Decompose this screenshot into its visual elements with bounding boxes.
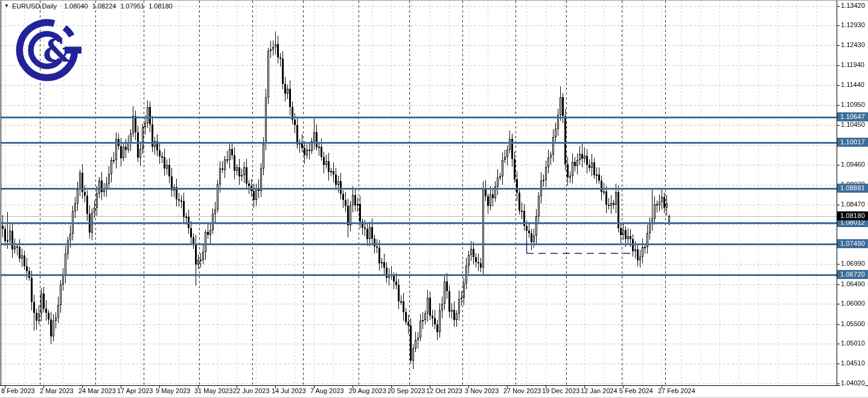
y-axis-tick-label: 1.08470 [840,201,865,208]
chart-marker-triangle-icon: ▼ [4,3,9,8]
y-axis-tick-label: 1.05010 [840,339,865,347]
y-axis-tick-label: 1.09460 [840,161,865,168]
x-axis-date-label: 14 Jul 2023 [272,387,306,394]
y-axis-tick-label: 1.11940 [840,61,864,68]
x-axis-date-label: 5 Feb 2024 [619,387,653,394]
current-price-badge: 1.08180 [837,211,868,220]
x-axis-date-label: 17 Apr 2023 [117,387,153,394]
x-axis-date-label: 3 Nov 2023 [465,387,499,394]
x-axis-date-label: 12 Jan 2024 [581,387,617,394]
quote-header: ▼ EURUSD,Daily 1.08040 1.08224 1.07951 1… [4,2,177,10]
y-axis-tick-label: 1.06490 [840,280,865,287]
broker-logo: & [12,17,82,86]
x-axis-date-label: 22 Jun 2023 [233,387,270,394]
y-axis-tick-label: 1.12930 [840,21,865,28]
x-axis-date-label: 2 Mar 2023 [40,387,74,394]
logo-ampersand: & [43,32,71,69]
x-axis-date-label: 20 Sep 2023 [388,387,425,394]
x-axis-date-label: 19 Dec 2023 [542,387,579,394]
level-price-badge: 1.08881 [837,184,868,193]
price-chart-canvas[interactable] [0,1,868,398]
y-axis-tick-label: 1.04510 [840,359,865,367]
y-axis-tick-label: 1.12430 [840,41,865,48]
x-axis-date-label: 27 Feb 2024 [658,387,695,394]
level-price-badge: 1.06720 [837,270,868,279]
chart-window: ▼ EURUSD,Daily 1.08040 1.08224 1.07951 1… [0,0,868,398]
level-price-badge: 1.10017 [837,138,868,147]
x-axis-date-label: 12 Oct 2023 [426,387,462,394]
x-axis-date-label: 24 Mar 2023 [78,387,116,394]
y-axis-tick-label: 1.04020 [840,379,865,387]
y-axis-tick-label: 1.10950 [840,101,865,108]
x-axis-date-label: 29 Aug 2023 [349,387,386,394]
y-axis-tick-label: 1.10450 [840,121,865,128]
level-price-badge: 1.07490 [837,239,868,248]
ohlc-high-value: 1.08224 [92,2,116,10]
x-axis-date-label: 9 May 2023 [156,387,190,394]
y-axis-tick-label: 1.11440 [840,81,864,88]
cg-logo-icon: & [12,17,82,85]
ohlc-open-value: 1.08040 [64,2,88,10]
x-axis-date-label: 7 Aug 2023 [310,387,344,394]
symbol-period-label: EURUSD,Daily [12,2,57,10]
ohlc-low-value: 1.07951 [120,2,144,10]
y-axis-tick-label: 1.06990 [840,260,865,267]
y-axis-tick-label: 1.06000 [840,300,865,307]
x-axis-date-label: 8 Feb 2023 [1,387,35,394]
level-price-badge: 1.10647 [837,112,868,121]
y-axis-tick-label: 1.05500 [840,320,865,327]
x-axis-date-label: 27 Nov 2023 [503,387,541,394]
ohlc-close-value: 1.08180 [148,2,173,10]
x-axis-date-label: 31 May 2023 [194,387,233,394]
y-axis-tick-label: 1.13420 [840,2,865,9]
